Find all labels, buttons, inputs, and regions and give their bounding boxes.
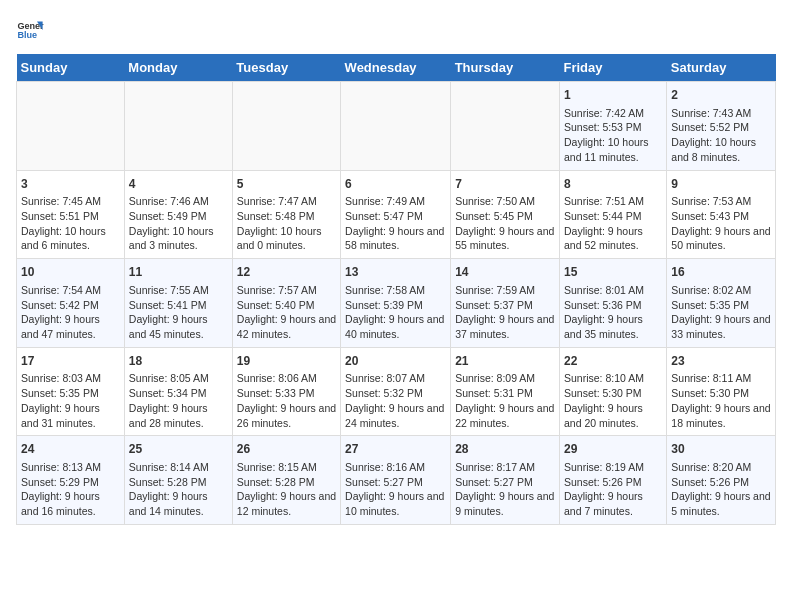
calendar-cell xyxy=(232,82,340,171)
day-info: Sunrise: 8:15 AM xyxy=(237,460,336,475)
day-info: Sunset: 5:36 PM xyxy=(564,298,662,313)
day-info: Daylight: 9 hours and 35 minutes. xyxy=(564,312,662,341)
day-number: 10 xyxy=(21,264,120,281)
day-info: Sunset: 5:42 PM xyxy=(21,298,120,313)
header-monday: Monday xyxy=(124,54,232,82)
day-info: Sunset: 5:39 PM xyxy=(345,298,446,313)
calendar-cell: 7Sunrise: 7:50 AMSunset: 5:45 PMDaylight… xyxy=(451,170,560,259)
calendar-cell: 6Sunrise: 7:49 AMSunset: 5:47 PMDaylight… xyxy=(341,170,451,259)
day-info: Daylight: 9 hours and 52 minutes. xyxy=(564,224,662,253)
day-info: Daylight: 9 hours and 33 minutes. xyxy=(671,312,771,341)
calendar-cell: 22Sunrise: 8:10 AMSunset: 5:30 PMDayligh… xyxy=(559,347,666,436)
calendar-cell: 29Sunrise: 8:19 AMSunset: 5:26 PMDayligh… xyxy=(559,436,666,525)
day-info: Sunrise: 7:55 AM xyxy=(129,283,228,298)
day-info: Sunset: 5:35 PM xyxy=(671,298,771,313)
day-info: Sunset: 5:40 PM xyxy=(237,298,336,313)
calendar-cell: 27Sunrise: 8:16 AMSunset: 5:27 PMDayligh… xyxy=(341,436,451,525)
day-info: Sunset: 5:31 PM xyxy=(455,386,555,401)
day-number: 15 xyxy=(564,264,662,281)
calendar-cell: 11Sunrise: 7:55 AMSunset: 5:41 PMDayligh… xyxy=(124,259,232,348)
day-number: 21 xyxy=(455,353,555,370)
day-info: Daylight: 10 hours and 3 minutes. xyxy=(129,224,228,253)
day-info: Daylight: 9 hours and 18 minutes. xyxy=(671,401,771,430)
calendar-cell: 15Sunrise: 8:01 AMSunset: 5:36 PMDayligh… xyxy=(559,259,666,348)
calendar-cell xyxy=(17,82,125,171)
day-info: Daylight: 9 hours and 47 minutes. xyxy=(21,312,120,341)
calendar-week-3: 10Sunrise: 7:54 AMSunset: 5:42 PMDayligh… xyxy=(17,259,776,348)
day-info: Sunrise: 7:54 AM xyxy=(21,283,120,298)
day-info: Daylight: 9 hours and 7 minutes. xyxy=(564,489,662,518)
logo-icon: General Blue xyxy=(16,16,44,44)
day-info: Sunrise: 8:16 AM xyxy=(345,460,446,475)
day-info: Sunset: 5:34 PM xyxy=(129,386,228,401)
day-info: Sunrise: 7:59 AM xyxy=(455,283,555,298)
day-number: 23 xyxy=(671,353,771,370)
day-info: Daylight: 10 hours and 8 minutes. xyxy=(671,135,771,164)
day-info: Sunrise: 7:46 AM xyxy=(129,194,228,209)
day-info: Sunset: 5:41 PM xyxy=(129,298,228,313)
day-info: Sunrise: 8:17 AM xyxy=(455,460,555,475)
day-info: Sunrise: 7:57 AM xyxy=(237,283,336,298)
day-info: Sunrise: 8:20 AM xyxy=(671,460,771,475)
day-info: Sunset: 5:43 PM xyxy=(671,209,771,224)
day-info: Sunset: 5:26 PM xyxy=(671,475,771,490)
calendar-cell xyxy=(124,82,232,171)
logo: General Blue xyxy=(16,16,48,44)
day-info: Daylight: 9 hours and 28 minutes. xyxy=(129,401,228,430)
calendar-cell xyxy=(341,82,451,171)
calendar-cell: 24Sunrise: 8:13 AMSunset: 5:29 PMDayligh… xyxy=(17,436,125,525)
day-number: 9 xyxy=(671,176,771,193)
calendar-header-row: SundayMondayTuesdayWednesdayThursdayFrid… xyxy=(17,54,776,82)
day-number: 28 xyxy=(455,441,555,458)
calendar-cell: 13Sunrise: 7:58 AMSunset: 5:39 PMDayligh… xyxy=(341,259,451,348)
day-number: 7 xyxy=(455,176,555,193)
day-info: Sunrise: 8:02 AM xyxy=(671,283,771,298)
calendar-cell: 19Sunrise: 8:06 AMSunset: 5:33 PMDayligh… xyxy=(232,347,340,436)
calendar-cell: 8Sunrise: 7:51 AMSunset: 5:44 PMDaylight… xyxy=(559,170,666,259)
day-info: Daylight: 9 hours and 40 minutes. xyxy=(345,312,446,341)
day-number: 12 xyxy=(237,264,336,281)
day-info: Daylight: 9 hours and 24 minutes. xyxy=(345,401,446,430)
day-info: Sunrise: 7:42 AM xyxy=(564,106,662,121)
calendar-cell: 1Sunrise: 7:42 AMSunset: 5:53 PMDaylight… xyxy=(559,82,666,171)
day-number: 4 xyxy=(129,176,228,193)
calendar-cell xyxy=(451,82,560,171)
header-friday: Friday xyxy=(559,54,666,82)
day-info: Sunrise: 8:09 AM xyxy=(455,371,555,386)
day-info: Daylight: 9 hours and 5 minutes. xyxy=(671,489,771,518)
day-info: Sunrise: 8:06 AM xyxy=(237,371,336,386)
day-info: Sunset: 5:33 PM xyxy=(237,386,336,401)
calendar-cell: 16Sunrise: 8:02 AMSunset: 5:35 PMDayligh… xyxy=(667,259,776,348)
day-number: 13 xyxy=(345,264,446,281)
day-info: Daylight: 9 hours and 31 minutes. xyxy=(21,401,120,430)
calendar-cell: 30Sunrise: 8:20 AMSunset: 5:26 PMDayligh… xyxy=(667,436,776,525)
day-info: Daylight: 10 hours and 11 minutes. xyxy=(564,135,662,164)
calendar-cell: 5Sunrise: 7:47 AMSunset: 5:48 PMDaylight… xyxy=(232,170,340,259)
header-wednesday: Wednesday xyxy=(341,54,451,82)
day-number: 16 xyxy=(671,264,771,281)
day-number: 5 xyxy=(237,176,336,193)
day-info: Daylight: 9 hours and 45 minutes. xyxy=(129,312,228,341)
day-number: 8 xyxy=(564,176,662,193)
day-info: Daylight: 10 hours and 6 minutes. xyxy=(21,224,120,253)
day-info: Sunrise: 7:49 AM xyxy=(345,194,446,209)
calendar-cell: 10Sunrise: 7:54 AMSunset: 5:42 PMDayligh… xyxy=(17,259,125,348)
day-info: Daylight: 9 hours and 55 minutes. xyxy=(455,224,555,253)
calendar-week-5: 24Sunrise: 8:13 AMSunset: 5:29 PMDayligh… xyxy=(17,436,776,525)
day-info: Sunset: 5:44 PM xyxy=(564,209,662,224)
day-info: Daylight: 9 hours and 12 minutes. xyxy=(237,489,336,518)
calendar-cell: 2Sunrise: 7:43 AMSunset: 5:52 PMDaylight… xyxy=(667,82,776,171)
day-info: Sunrise: 8:03 AM xyxy=(21,371,120,386)
calendar-cell: 20Sunrise: 8:07 AMSunset: 5:32 PMDayligh… xyxy=(341,347,451,436)
header-saturday: Saturday xyxy=(667,54,776,82)
calendar-cell: 17Sunrise: 8:03 AMSunset: 5:35 PMDayligh… xyxy=(17,347,125,436)
day-info: Sunrise: 7:43 AM xyxy=(671,106,771,121)
day-info: Sunset: 5:27 PM xyxy=(345,475,446,490)
calendar-week-4: 17Sunrise: 8:03 AMSunset: 5:35 PMDayligh… xyxy=(17,347,776,436)
header: General Blue xyxy=(16,16,776,44)
calendar-cell: 26Sunrise: 8:15 AMSunset: 5:28 PMDayligh… xyxy=(232,436,340,525)
day-info: Sunrise: 8:01 AM xyxy=(564,283,662,298)
day-info: Daylight: 9 hours and 9 minutes. xyxy=(455,489,555,518)
day-info: Sunset: 5:28 PM xyxy=(237,475,336,490)
calendar-cell: 28Sunrise: 8:17 AMSunset: 5:27 PMDayligh… xyxy=(451,436,560,525)
